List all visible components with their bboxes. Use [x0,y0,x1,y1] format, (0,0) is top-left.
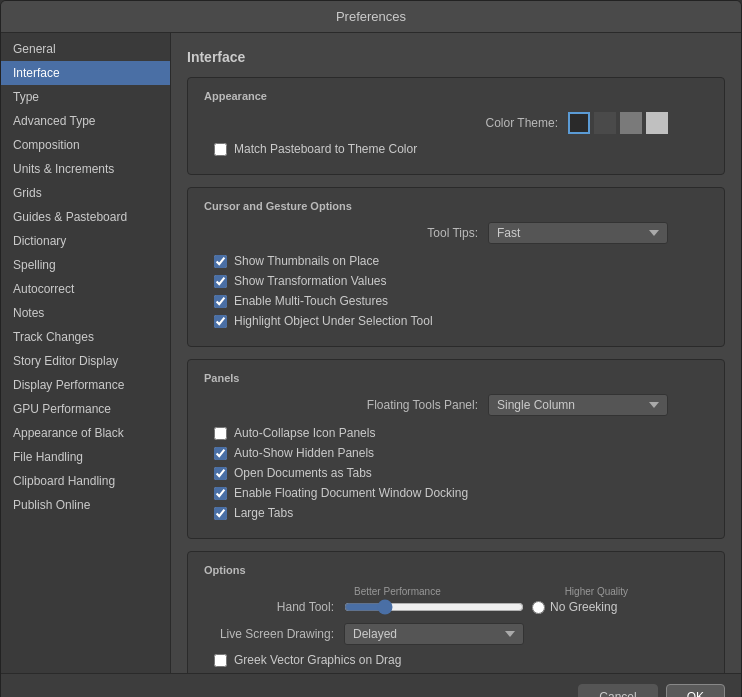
dialog-footer: Cancel OK [1,673,741,697]
show-transformation-label: Show Transformation Values [234,274,387,288]
show-transformation-checkbox[interactable] [214,275,227,288]
sidebar-item-grids[interactable]: Grids [1,181,170,205]
enable-floating-checkbox[interactable] [214,487,227,500]
hand-tool-label: Hand Tool: [204,600,334,614]
auto-collapse-row: Auto-Collapse Icon Panels [204,426,708,440]
floating-tools-row: Floating Tools Panel: Single Column Doub… [204,394,708,416]
greek-vector-row: Greek Vector Graphics on Drag [204,653,708,667]
hand-tool-slider-container: No Greeking [344,599,708,615]
sidebar-item-units-increments[interactable]: Units & Increments [1,157,170,181]
color-swatches [568,112,668,134]
floating-tools-label: Floating Tools Panel: [367,398,478,412]
sidebar-item-appearance-of-black[interactable]: Appearance of Black [1,421,170,445]
tooltips-label: Tool Tips: [427,226,478,240]
color-theme-label: Color Theme: [486,116,558,130]
higher-quality-label: Higher Quality [565,586,628,597]
large-tabs-checkbox[interactable] [214,507,227,520]
tooltips-select[interactable]: Fast None Normal [488,222,668,244]
live-screen-select[interactable]: Delayed Immediate Never [344,623,524,645]
match-pasteboard-checkbox[interactable] [214,143,227,156]
sidebar-item-composition[interactable]: Composition [1,133,170,157]
color-swatch-medium[interactable] [620,112,642,134]
page-title: Interface [187,49,725,65]
auto-collapse-label: Auto-Collapse Icon Panels [234,426,375,440]
greek-vector-label: Greek Vector Graphics on Drag [234,653,401,667]
sidebar-item-interface[interactable]: Interface [1,61,170,85]
highlight-object-label: Highlight Object Under Selection Tool [234,314,433,328]
sidebar-item-general[interactable]: General [1,37,170,61]
open-docs-label: Open Documents as Tabs [234,466,372,480]
sidebar-item-advanced-type[interactable]: Advanced Type [1,109,170,133]
large-tabs-row: Large Tabs [204,506,708,520]
color-swatch-medium-dark[interactable] [594,112,616,134]
better-performance-label: Better Performance [354,586,565,597]
cursor-gesture-panel: Cursor and Gesture Options Tool Tips: Fa… [187,187,725,347]
match-pasteboard-label: Match Pasteboard to Theme Color [234,142,417,156]
sidebar: GeneralInterfaceTypeAdvanced TypeComposi… [1,33,171,673]
panels-panel-title: Panels [204,372,708,384]
no-greeking-container: No Greeking [532,600,617,614]
auto-collapse-checkbox[interactable] [214,427,227,440]
appearance-panel-title: Appearance [204,90,708,102]
no-greeking-radio[interactable] [532,601,545,614]
sidebar-item-spelling[interactable]: Spelling [1,253,170,277]
sidebar-item-file-handling[interactable]: File Handling [1,445,170,469]
cursor-gesture-title: Cursor and Gesture Options [204,200,708,212]
sidebar-item-story-editor-display[interactable]: Story Editor Display [1,349,170,373]
show-thumbnails-checkbox[interactable] [214,255,227,268]
enable-floating-row: Enable Floating Document Window Docking [204,486,708,500]
auto-show-row: Auto-Show Hidden Panels [204,446,708,460]
match-pasteboard-row: Match Pasteboard to Theme Color [204,142,708,156]
hand-tool-row: Hand Tool: No Greeking [204,599,708,615]
tooltips-row: Tool Tips: Fast None Normal [204,222,708,244]
open-docs-checkbox[interactable] [214,467,227,480]
auto-show-label: Auto-Show Hidden Panels [234,446,374,460]
greek-vector-checkbox[interactable] [214,654,227,667]
sidebar-item-clipboard-handling[interactable]: Clipboard Handling [1,469,170,493]
show-thumbnails-row: Show Thumbnails on Place [204,254,708,268]
enable-floating-label: Enable Floating Document Window Docking [234,486,468,500]
sidebar-item-guides-pasteboard[interactable]: Guides & Pasteboard [1,205,170,229]
floating-tools-select[interactable]: Single Column Double Column None [488,394,668,416]
ok-button[interactable]: OK [666,684,725,697]
show-thumbnails-label: Show Thumbnails on Place [234,254,379,268]
show-transformation-row: Show Transformation Values [204,274,708,288]
sidebar-item-track-changes[interactable]: Track Changes [1,325,170,349]
main-content: Interface Appearance Color Theme: Match … [171,33,741,673]
enable-multitouch-label: Enable Multi-Touch Gestures [234,294,388,308]
panels-panel: Panels Floating Tools Panel: Single Colu… [187,359,725,539]
cancel-button[interactable]: Cancel [578,684,657,697]
live-screen-label: Live Screen Drawing: [204,627,334,641]
sidebar-item-notes[interactable]: Notes [1,301,170,325]
live-screen-row: Live Screen Drawing: Delayed Immediate N… [204,623,708,645]
preferences-dialog: Preferences GeneralInterfaceTypeAdvanced… [0,0,742,697]
hand-tool-slider[interactable] [344,599,524,615]
auto-show-checkbox[interactable] [214,447,227,460]
options-panel-title: Options [204,564,708,576]
options-panel: Options Better Performance Higher Qualit… [187,551,725,673]
sidebar-item-type[interactable]: Type [1,85,170,109]
sidebar-item-dictionary[interactable]: Dictionary [1,229,170,253]
dialog-title: Preferences [1,1,741,33]
enable-multitouch-row: Enable Multi-Touch Gestures [204,294,708,308]
color-swatch-dark[interactable] [568,112,590,134]
sidebar-item-autocorrect[interactable]: Autocorrect [1,277,170,301]
dialog-body: GeneralInterfaceTypeAdvanced TypeComposi… [1,33,741,673]
appearance-panel: Appearance Color Theme: Match Pasteboard… [187,77,725,175]
enable-multitouch-checkbox[interactable] [214,295,227,308]
highlight-object-checkbox[interactable] [214,315,227,328]
highlight-object-row: Highlight Object Under Selection Tool [204,314,708,328]
color-theme-row: Color Theme: [204,112,708,134]
color-swatch-light[interactable] [646,112,668,134]
no-greeking-label: No Greeking [550,600,617,614]
open-docs-row: Open Documents as Tabs [204,466,708,480]
sidebar-item-gpu-performance[interactable]: GPU Performance [1,397,170,421]
sidebar-item-display-performance[interactable]: Display Performance [1,373,170,397]
sidebar-item-publish-online[interactable]: Publish Online [1,493,170,517]
large-tabs-label: Large Tabs [234,506,293,520]
